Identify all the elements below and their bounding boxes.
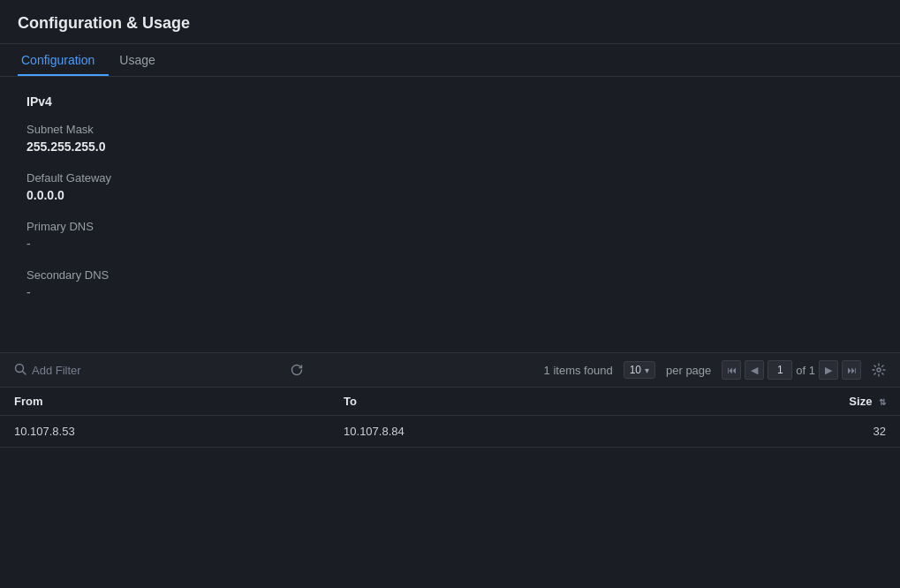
field-label-default-gateway: Default Gateway <box>26 171 874 185</box>
col-header-from: From <box>0 388 329 416</box>
svg-point-2 <box>877 368 881 372</box>
field-label-secondary-dns: Secondary DNS <box>26 268 874 282</box>
page-header: Configuration & Usage <box>0 0 900 44</box>
search-icon <box>14 363 26 378</box>
first-page-button[interactable]: ⏮ <box>722 360 741 380</box>
per-page-select[interactable]: 10 ▾ <box>624 361 655 379</box>
field-label-primary-dns: Primary DNS <box>26 220 874 233</box>
items-found-label: 1 items found <box>544 364 613 377</box>
filter-bar: Add Filter 1 items found 10 ▾ per page ⏮… <box>0 352 900 388</box>
svg-line-1 <box>23 371 26 374</box>
cell-size: 32 <box>659 416 900 448</box>
cell-to: 10.107.8.84 <box>329 416 659 448</box>
col-header-size: Size ⇅ <box>659 388 900 416</box>
page-title: Configuration & Usage <box>18 14 190 32</box>
field-value-default-gateway: 0.0.0.0 <box>26 188 874 202</box>
pagination-controls: ⏮ ◀ of 1 ▶ ⏭ <box>722 360 861 380</box>
per-page-value: 10 <box>630 364 641 376</box>
tab-usage[interactable]: Usage <box>116 44 169 76</box>
tab-configuration[interactable]: Configuration <box>18 44 109 76</box>
tabs-bar: Configuration Usage <box>0 44 900 77</box>
refresh-button[interactable] <box>290 363 304 377</box>
field-value-subnet-mask: 255.255.255.0 <box>26 139 874 154</box>
filter-search: Add Filter <box>14 363 279 378</box>
field-subnet-mask: Subnet Mask 255.255.255.0 <box>26 123 874 154</box>
field-value-secondary-dns: - <box>26 285 874 299</box>
field-secondary-dns: Secondary DNS - <box>26 268 874 299</box>
section-title-ipv4: IPv4 <box>26 94 874 109</box>
table-settings-button[interactable] <box>872 363 886 377</box>
table-row: 10.107.8.53 10.107.8.84 32 <box>0 416 900 448</box>
total-pages-label: of 1 <box>796 364 815 377</box>
field-default-gateway: Default Gateway 0.0.0.0 <box>26 171 874 202</box>
field-label-subnet-mask: Subnet Mask <box>26 123 874 136</box>
data-table: From To Size ⇅ 10.107.8.53 10.107.8.84 3… <box>0 388 900 448</box>
field-value-primary-dns: - <box>26 237 874 251</box>
field-primary-dns: Primary DNS - <box>26 220 874 251</box>
cell-from: 10.107.8.53 <box>0 416 329 448</box>
content-area: IPv4 Subnet Mask 255.255.255.0 Default G… <box>0 77 900 335</box>
last-page-button[interactable]: ⏭ <box>842 360 861 380</box>
col-header-to: To <box>329 388 659 416</box>
table-header-row: From To Size ⇅ <box>0 388 900 416</box>
prev-page-button[interactable]: ◀ <box>745 360 764 380</box>
next-page-button[interactable]: ▶ <box>819 360 838 380</box>
current-page-input[interactable] <box>768 360 792 380</box>
sort-icon: ⇅ <box>879 397 886 407</box>
add-filter-label[interactable]: Add Filter <box>32 364 81 377</box>
chevron-down-icon: ▾ <box>645 366 649 375</box>
per-page-label: per page <box>666 364 711 377</box>
